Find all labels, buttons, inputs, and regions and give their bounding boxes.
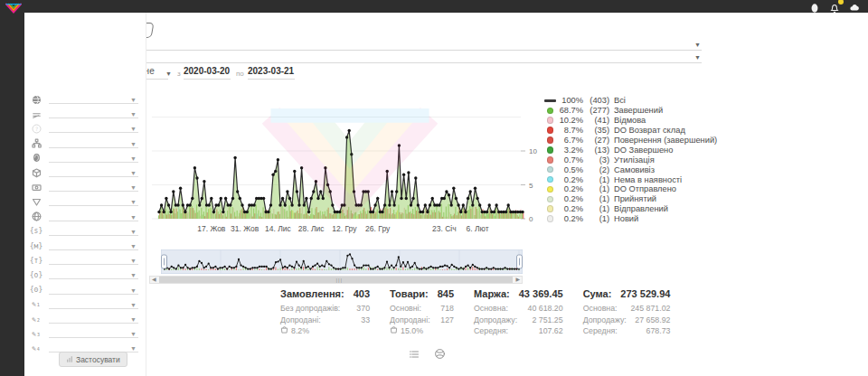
- brush-handle[interactable]: [162, 255, 167, 268]
- legend-item[interactable]: 0.2%(1)Новий: [543, 214, 724, 224]
- scroll-left-icon[interactable]: ◀: [152, 276, 156, 284]
- legend-count: (277): [583, 106, 609, 115]
- legend-item[interactable]: 0.2%(1)DO Отправлено: [543, 184, 724, 194]
- legend-label: Прийнятий: [614, 194, 656, 203]
- legend-item[interactable]: 68.7%(277)Завершений: [543, 106, 724, 116]
- filter-select[interactable]: [49, 224, 138, 236]
- chevron-down-icon: ▼: [130, 316, 137, 323]
- filter-select[interactable]: [49, 283, 138, 295]
- topbar-icons: [809, 1, 861, 12]
- svg-text:5: 5: [529, 182, 533, 190]
- filter-row-pencil-1: ✎₁▼: [24, 297, 146, 311]
- legend-item[interactable]: 8.7%(35)DO Возврат склад: [543, 126, 724, 136]
- stat-value: 273 529.94: [620, 288, 670, 299]
- filter-select[interactable]: [49, 151, 138, 163]
- chart-canvas[interactable]: 051017. Жов31. Жов14. Лис28. Лис12. Гру2…: [146, 83, 541, 239]
- legend-dot-marker: [547, 186, 554, 193]
- chart-toolbar: [409, 347, 446, 363]
- stat-sub-label: Без допродажів:: [280, 303, 340, 315]
- filter-row-layers: ▼: [24, 107, 146, 120]
- filter-select[interactable]: [49, 326, 138, 338]
- stat-sub-label: Допродажу:: [583, 315, 627, 326]
- filter-select[interactable]: [49, 194, 138, 206]
- legend-percent: 10.2%: [557, 116, 583, 125]
- chevron-down-icon: ▼: [130, 331, 137, 337]
- app-logo-icon[interactable]: [5, 1, 23, 12]
- legend-item[interactable]: 3.2%(13)DO Завершено: [543, 145, 724, 155]
- filter-select[interactable]: [49, 107, 138, 118]
- filter-select[interactable]: [49, 312, 138, 324]
- svg-text:?: ?: [34, 125, 38, 131]
- date-from-input[interactable]: 2020-03-20: [184, 66, 231, 80]
- filter-row-help: ?▼: [24, 121, 146, 135]
- filter-select[interactable]: [49, 92, 138, 104]
- help-icon: ?: [31, 123, 42, 134]
- stat-sub-value: 8.2%: [291, 325, 309, 337]
- filter-select[interactable]: [49, 239, 138, 250]
- chart-navigator[interactable]: [161, 249, 523, 274]
- filter-row-sitemap: ▼: [24, 136, 146, 150]
- chevron-down-icon: ▼: [130, 345, 137, 352]
- legend-count: (1): [583, 175, 609, 184]
- legend-item[interactable]: 100%(403)Всі: [543, 96, 724, 106]
- legend-item[interactable]: 0.7%(3)Утилізація: [543, 155, 724, 164]
- legend-percent: 0.2%: [557, 175, 583, 184]
- stat-column: Замовлення:403Без допродажів:370Допродан…: [280, 288, 370, 337]
- chevron-down-icon: ▼: [165, 70, 172, 77]
- brush-handle[interactable]: [517, 255, 523, 268]
- status-filter-select[interactable]: Всі: [50, 37, 702, 51]
- filter-row-var-m: {м}▼: [24, 239, 146, 252]
- filter-select[interactable]: [49, 268, 138, 279]
- legend-count: (1): [583, 204, 609, 213]
- chart-scrollbar[interactable]: ◀ ||| ▶: [149, 276, 523, 284]
- notification-badge: [838, 0, 844, 5]
- date-from-label: з: [177, 70, 181, 78]
- list-view-icon[interactable]: [409, 347, 420, 363]
- filter-select[interactable]: [49, 121, 138, 133]
- scroll-right-icon[interactable]: ▶: [515, 276, 520, 284]
- svg-text:14. Лис: 14. Лис: [265, 224, 292, 233]
- scrollbar-thumb[interactable]: |||: [159, 277, 513, 283]
- filter-row-fingerprint: ▼: [24, 151, 146, 164]
- legend-item[interactable]: 0.2%(1)Нема в наявності: [543, 174, 724, 184]
- legend-count: (1): [583, 194, 609, 203]
- scrollbar-grip: |||: [336, 277, 344, 283]
- legend-item[interactable]: 0.2%(1)Відправлений: [543, 204, 724, 214]
- filter-row-var-t: {т}▼: [24, 253, 146, 267]
- sphere-icon[interactable]: [434, 347, 446, 363]
- stat-sub-label: Середня:: [474, 325, 508, 337]
- pencil-1-icon: ✎₁: [31, 299, 42, 310]
- filter-panel: ▼▼?▼▼▼▼▼▼▼{s}▼{м}▼{т}▼{о}▼{ʘ}▼✎₁▼✎₂▼✎₃▼✎…: [24, 13, 146, 376]
- stat-sub-value: 245 871.02: [630, 303, 670, 315]
- user-icon[interactable]: [809, 1, 821, 12]
- pencil-2-icon: ✎₂: [31, 314, 42, 324]
- filter-select[interactable]: [49, 180, 138, 192]
- filter-select[interactable]: [49, 136, 138, 148]
- product-filter-select[interactable]: Всі: [50, 50, 702, 63]
- legend-item[interactable]: 10.2%(41)Відмова: [543, 116, 724, 126]
- legend-item[interactable]: 0.5%(2)Самовивіз: [543, 164, 724, 174]
- legend-dot-marker: [547, 136, 554, 144]
- legend-label: Завершений: [614, 106, 663, 115]
- legend-count: (403): [583, 96, 609, 105]
- svg-text:6. Лют: 6. Лют: [467, 224, 489, 233]
- stat-value: 403: [354, 288, 370, 299]
- filter-select[interactable]: [49, 253, 138, 265]
- legend-percent: 0.7%: [557, 155, 583, 164]
- banknote-icon: [31, 182, 42, 193]
- orders-chart[interactable]: 051017. Жов31. Жов14. Лис28. Лис12. Гру2…: [146, 83, 541, 239]
- var-oo-icon: {ʘ}: [31, 285, 42, 296]
- legend-item[interactable]: 6.7%(27)Повернення (завершений): [543, 136, 724, 146]
- legend-count: (1): [583, 184, 609, 193]
- legend-item[interactable]: 0.2%(1)Прийнятий: [543, 194, 724, 204]
- var-m-icon: {м}: [31, 240, 42, 251]
- date-to-input[interactable]: 2023-03-21: [248, 66, 295, 80]
- cloud-icon[interactable]: [849, 1, 861, 12]
- filter-select[interactable]: [49, 210, 138, 221]
- bell-icon[interactable]: [829, 1, 841, 12]
- filter-select[interactable]: [49, 165, 138, 177]
- filter-select[interactable]: [49, 297, 138, 309]
- svg-text:17. Жов: 17. Жов: [197, 224, 226, 233]
- stat-title: Замовлення:: [280, 288, 344, 299]
- apply-filters-button[interactable]: Застосувати: [59, 352, 127, 367]
